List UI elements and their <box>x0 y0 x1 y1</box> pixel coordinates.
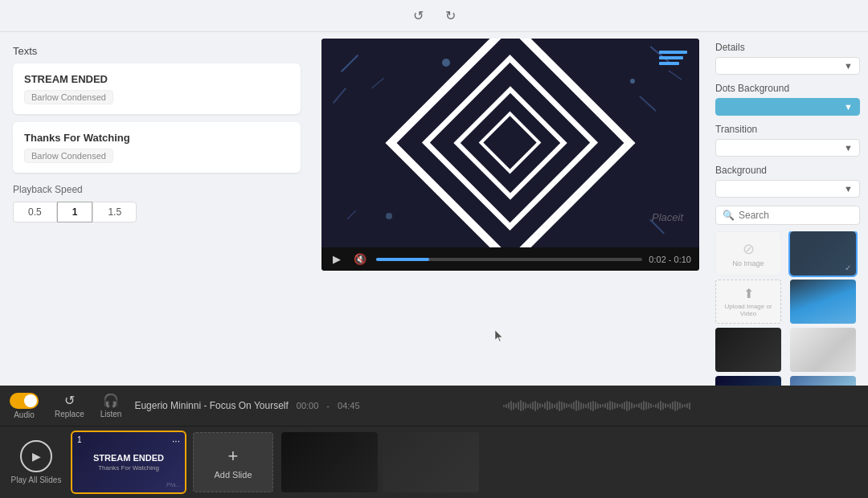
background-label: Background <box>715 165 860 176</box>
listen-label: Listen <box>100 410 122 418</box>
slide-dots-1: ··· <box>172 435 180 447</box>
bg-upload[interactable]: ⬆ Upload Image or Video <box>715 280 781 324</box>
no-image-icon: ⊘ <box>743 240 755 258</box>
time-total: 0:10 <box>674 255 691 264</box>
text-card-main-1: STREAM ENDED <box>24 73 289 85</box>
bg-marble[interactable] <box>790 328 856 372</box>
dots-bg-chevron-icon: ▼ <box>844 102 853 112</box>
audio-toggle-knob <box>24 394 37 407</box>
text-card-sub-2: Barlow Condensed <box>24 149 289 163</box>
track-time-sep: - <box>326 401 330 410</box>
slide-title-1: STREAM ENDED <box>93 453 164 463</box>
slide-1[interactable]: 1 ··· STREAM ENDED Thanks For Watching P… <box>72 432 185 492</box>
background-chevron-icon: ▼ <box>844 184 853 194</box>
extra-slide-1[interactable] <box>281 432 378 492</box>
transition-dropdown[interactable]: ▼ <box>715 139 860 157</box>
bg-selected[interactable]: ✓ <box>790 231 856 276</box>
speed-btn-1[interactable]: 1 <box>57 202 93 222</box>
redo-icon: ↻ <box>445 8 456 23</box>
mute-button[interactable]: 🔇 <box>350 251 370 267</box>
selected-icon: ✓ <box>845 263 851 272</box>
video-canvas: Placeit <box>321 39 699 247</box>
text-card-main-2: Thanks For Watching <box>24 132 289 144</box>
speed-btn-1.5[interactable]: 1.5 <box>92 202 137 222</box>
cursor-indicator <box>494 329 506 347</box>
upload-icon: ⬆ <box>743 286 754 301</box>
left-panel: Texts STREAM ENDED Barlow Condensed Than… <box>0 32 313 386</box>
details-dropdown[interactable]: ▼ <box>715 57 860 75</box>
bg-dark[interactable] <box>715 328 781 372</box>
slides-bar: ▶ Play All Slides 1 ··· STREAM ENDED Tha… <box>0 426 868 498</box>
main-area: Texts STREAM ENDED Barlow Condensed Than… <box>0 32 868 386</box>
details-label: Details <box>715 42 860 53</box>
track-time-start: 00:00 <box>297 401 319 410</box>
play-all-icon: ▶ <box>20 440 52 472</box>
add-slide-icon: + <box>228 446 239 467</box>
texts-section-label: Texts <box>13 45 301 57</box>
track-name: Eugerio Mininni - Focus On Yourself <box>134 400 288 411</box>
search-box: 🔍 <box>715 206 860 225</box>
video-controls: ▶ 🔇 0:02 - 0:10 <box>321 247 699 271</box>
play-all-label: Play All Slides <box>11 476 62 484</box>
extra-slides <box>281 432 860 492</box>
font-tag-2: Barlow Condensed <box>24 149 113 163</box>
font-tag-1: Barlow Condensed <box>24 90 113 104</box>
add-slide-button[interactable]: + Add Slide <box>193 432 273 492</box>
play-all-button[interactable]: ▶ Play All Slides <box>8 440 64 484</box>
progress-fill <box>376 258 429 261</box>
time-current: 0:02 <box>649 255 665 264</box>
add-slide-label: Add Slide <box>214 470 252 480</box>
time-display: 0:02 - 0:10 <box>649 255 691 264</box>
audio-toggle[interactable] <box>10 393 39 409</box>
audio-controls: Audio ↺ Replace 🎧 Listen <box>10 393 121 419</box>
background-dropdown[interactable]: ▼ <box>715 180 860 198</box>
right-panel: Details ▼ Dots Background ▼ Transition ▼… <box>707 32 868 386</box>
undo-icon: ↺ <box>413 8 424 23</box>
replace-icon: ↺ <box>64 393 75 408</box>
bg-fog[interactable] <box>790 376 856 386</box>
listen-icon: 🎧 <box>103 393 119 408</box>
text-card-stream-ended[interactable]: STREAM ENDED Barlow Condensed <box>13 63 301 114</box>
redo-button[interactable]: ↻ <box>439 5 461 27</box>
speed-buttons: 0.5 1 1.5 <box>13 202 301 222</box>
track-time-end: 04:45 <box>338 401 360 410</box>
transition-label: Transition <box>715 124 860 135</box>
text-card-sub-1: Barlow Condensed <box>24 90 289 104</box>
waveform <box>503 398 858 414</box>
extra-slide-2[interactable] <box>383 432 479 492</box>
playback-label: Playback Speed <box>13 184 301 195</box>
replace-ctrl[interactable]: ↺ Replace <box>55 393 84 418</box>
video-container: Placeit ▶ 🔇 0:02 - 0:10 <box>321 39 699 271</box>
top-toolbar: ↺ ↻ <box>0 0 868 32</box>
transition-chevron-icon: ▼ <box>844 143 853 153</box>
progress-bar[interactable] <box>376 258 642 261</box>
undo-button[interactable]: ↺ <box>407 5 429 27</box>
bg-code[interactable] <box>715 376 781 386</box>
replace-label: Replace <box>55 410 84 418</box>
search-icon: 🔍 <box>723 210 735 221</box>
video-pattern <box>321 39 699 247</box>
background-grid: ⊘ No Image ✓ ⬆ Upload Image or Video <box>715 231 860 386</box>
upload-label: Upload Image or Video <box>716 303 780 317</box>
no-image-label: No Image <box>732 259 764 267</box>
watermark: Placeit <box>652 211 683 223</box>
dots-bg-label: Dots Background <box>715 83 860 94</box>
playback-section: Playback Speed 0.5 1 1.5 <box>13 184 301 222</box>
audio-track-info: Eugerio Mininni - Focus On Yourself 00:0… <box>134 400 489 411</box>
slide-number-1: 1 <box>77 435 82 444</box>
time-separator: - <box>669 255 674 264</box>
dots-bg-dropdown[interactable]: ▼ <box>715 98 860 116</box>
center-area: Placeit ▶ 🔇 0:02 - 0:10 <box>313 32 707 386</box>
search-input[interactable] <box>739 210 853 221</box>
bg-city[interactable] <box>790 280 856 324</box>
bg-no-image[interactable]: ⊘ No Image <box>715 231 781 276</box>
listen-ctrl[interactable]: 🎧 Listen <box>100 393 122 418</box>
text-card-thanks[interactable]: Thanks For Watching Barlow Condensed <box>13 122 301 173</box>
diamond-wrapper <box>422 55 599 231</box>
speed-btn-0.5[interactable]: 0.5 <box>13 202 57 222</box>
audio-bar: Audio ↺ Replace 🎧 Listen Eugerio Mininni… <box>0 386 868 426</box>
audio-toggle-ctrl[interactable]: Audio <box>10 393 39 419</box>
slide-logo-1: Pla... <box>166 481 181 488</box>
play-button[interactable]: ▶ <box>330 251 344 267</box>
audio-label: Audio <box>14 410 35 419</box>
